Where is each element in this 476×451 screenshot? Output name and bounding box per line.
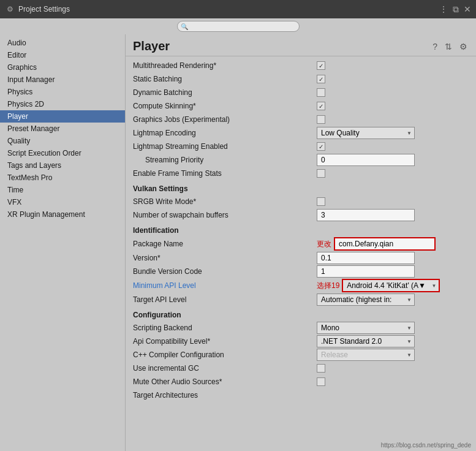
content-header: Player ? ⇅ ⚙ [126, 34, 476, 56]
setting-label: Number of swapchain buffers [133, 211, 317, 219]
setting-label: Target API Level [133, 295, 317, 304]
setting-label: Static Batching [133, 75, 317, 83]
setting-label: Version* [133, 254, 317, 262]
section-header: Configuration [133, 307, 317, 320]
sidebar-item-script-execution-order[interactable]: Script Execution Order [0, 147, 125, 159]
sidebar-item-time[interactable]: Time [0, 184, 125, 196]
sidebar-item-tags-and-layers[interactable]: Tags and Layers [0, 159, 125, 172]
checkbox[interactable] [317, 88, 325, 97]
setting-row: Multithreaded Rendering* [133, 59, 469, 72]
setting-row: Vulkan Settings [133, 180, 469, 195]
sidebar-item-audio[interactable]: Audio [0, 37, 125, 49]
setting-label: C++ Compiler Configuration [133, 351, 317, 359]
setting-label: SRGB Write Mode* [133, 197, 317, 206]
setting-value[interactable] [317, 169, 469, 178]
setting-row: Identification [133, 222, 469, 237]
setting-label: Api Compatibility Level* [133, 337, 317, 346]
dropdown[interactable]: Low Quality [317, 127, 415, 139]
setting-row: Version* [133, 251, 469, 265]
setting-row: Lightmap Encoding Low Quality [133, 126, 469, 140]
setting-label: Streaming Priority [133, 156, 317, 164]
setting-value[interactable] [317, 88, 469, 97]
close-icon[interactable]: ✕ [464, 4, 471, 15]
setting-label: Mute Other Audio Sources* [133, 377, 317, 386]
main-container: AudioEditorGraphicsInput ManagerPhysicsP… [0, 34, 476, 451]
checkbox[interactable] [317, 364, 325, 373]
sidebar-item-input-manager[interactable]: Input Manager [0, 74, 125, 86]
page-title: Player [133, 39, 431, 53]
header-icons: ? ⇅ ⚙ [431, 40, 469, 53]
settings-table: Multithreaded Rendering* Static Batching… [126, 56, 476, 404]
title-bar: ⚙ Project Settings ⋮ ⧉ ✕ [0, 0, 476, 18]
setting-row: Lightmap Streaming Enabled [133, 140, 469, 153]
setting-row: Minimum API Level 选择19 Android 4.4 'KitK… [133, 278, 469, 293]
menu-icon[interactable]: ⋮ [439, 4, 448, 15]
checkbox[interactable] [317, 142, 325, 151]
red-label: 更改 [317, 239, 331, 249]
setting-label: Bundle Version Code [133, 267, 317, 276]
setting-label: Graphics Jobs (Experimental) [133, 115, 317, 124]
text-input[interactable] [317, 252, 415, 264]
search-input[interactable] [177, 21, 300, 32]
setting-row: SRGB Write Mode* [133, 195, 469, 208]
search-bar: 🔍 [0, 18, 476, 34]
sidebar-item-graphics[interactable]: Graphics [0, 61, 125, 74]
sidebar-item-xr-plugin-management[interactable]: XR Plugin Management [0, 208, 125, 221]
setting-label: Target Architectures [133, 391, 317, 400]
sidebar-item-editor[interactable]: Editor [0, 49, 125, 61]
settings-button[interactable]: ⚙ [458, 40, 469, 53]
checkbox[interactable] [317, 115, 325, 124]
search-icon: 🔍 [181, 23, 188, 30]
setting-label: Enable Frame Timing Stats [133, 169, 317, 178]
sidebar-item-physics-2d[interactable]: Physics 2D [0, 98, 125, 110]
sidebar-item-vfx[interactable]: VFX [0, 196, 125, 208]
setting-value: .NET Standard 2.0 [317, 335, 469, 347]
checkbox[interactable] [317, 197, 325, 206]
checkbox[interactable] [317, 102, 325, 110]
checkbox[interactable] [317, 169, 325, 178]
sidebar-item-physics[interactable]: Physics [0, 86, 125, 98]
section-header: Identification [133, 222, 317, 236]
setting-value[interactable] [317, 197, 469, 206]
dropdown[interactable]: Automatic (highest in: [317, 294, 415, 306]
setting-value[interactable] [317, 377, 469, 386]
sidebar-item-textmesh-pro[interactable]: TextMesh Pro [0, 172, 125, 184]
dropdown[interactable]: Mono [317, 322, 415, 334]
text-input[interactable] [317, 209, 415, 221]
api-dropdown[interactable]: Android 4.4 'KitKat' (A▼ [342, 279, 440, 292]
restore-icon[interactable]: ⧉ [453, 4, 459, 15]
window-controls[interactable]: ⋮ ⧉ ✕ [439, 4, 471, 15]
setting-value[interactable] [317, 364, 469, 373]
sidebar-item-player[interactable]: Player [0, 110, 125, 123]
sidebar-item-quality[interactable]: Quality [0, 135, 125, 147]
setting-row: Streaming Priority [133, 153, 469, 167]
sidebar-item-preset-manager[interactable]: Preset Manager [0, 123, 125, 135]
setting-value [317, 209, 469, 221]
window-title: Project Settings [18, 5, 70, 13]
dropdown[interactable]: Release [317, 349, 415, 361]
content-panel: Player ? ⇅ ⚙ Multithreaded Rendering* St… [126, 34, 476, 451]
setting-value[interactable] [317, 75, 469, 83]
setting-label: Dynamic Batching [133, 88, 317, 97]
setting-row: Number of swapchain buffers [133, 208, 469, 222]
setting-value[interactable] [317, 142, 469, 151]
checkbox[interactable] [317, 61, 325, 70]
setting-value[interactable] [317, 61, 469, 70]
setting-label: Multithreaded Rendering* [133, 61, 317, 70]
text-input[interactable] [317, 265, 415, 278]
setting-value[interactable] [317, 102, 469, 110]
text-input[interactable] [317, 154, 415, 166]
setting-row: Scripting Backend Mono [133, 321, 469, 335]
setting-value[interactable] [317, 115, 469, 124]
setting-row: Target Architectures [133, 388, 469, 402]
checkbox[interactable] [317, 377, 325, 386]
package-name-input[interactable] [334, 237, 436, 251]
sort-button[interactable]: ⇅ [444, 40, 453, 53]
dropdown[interactable]: .NET Standard 2.0 [317, 335, 415, 347]
setting-row: Bundle Version Code [133, 265, 469, 278]
app-icon: ⚙ [5, 4, 15, 14]
setting-row: Configuration [133, 306, 469, 321]
checkbox[interactable] [317, 75, 325, 83]
help-button[interactable]: ? [431, 40, 439, 53]
sidebar: AudioEditorGraphicsInput ManagerPhysicsP… [0, 34, 126, 451]
